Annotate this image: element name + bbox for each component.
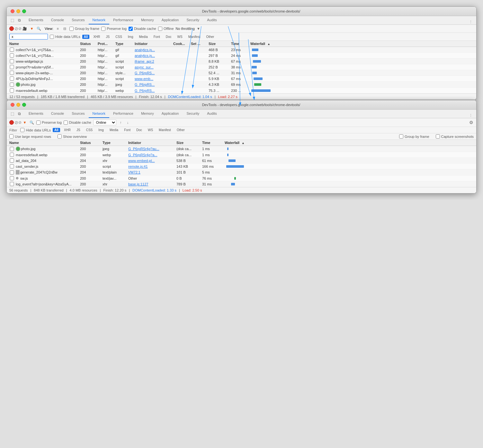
filter-manifest-1[interactable]: Manifest xyxy=(186,35,202,39)
preserve-log-checkbox[interactable]: Preserve log xyxy=(101,27,127,31)
table-row[interactable]: www-player-2x-webp-... 200 http/... styl… xyxy=(7,70,476,76)
tab-audits[interactable]: Audits xyxy=(203,16,221,24)
col-header-size-1[interactable]: Size xyxy=(209,42,231,46)
cursor-icon-2[interactable]: ⬚ xyxy=(9,111,15,117)
group-by-frame-checkbox[interactable]: Group by frame xyxy=(69,27,99,31)
table-row[interactable]: photo.jpg 200 http/... jpeg G_P6rpRS... … xyxy=(7,82,476,88)
tab-elements-2[interactable]: Elements xyxy=(25,110,47,118)
device-icon[interactable]: ⧉ xyxy=(16,17,22,23)
filter-ws-2[interactable]: WS xyxy=(146,128,155,132)
col-header-type-1[interactable]: Type xyxy=(115,42,135,46)
filter-all-1[interactable]: All xyxy=(82,35,90,39)
tab-sources[interactable]: Sources xyxy=(68,16,88,24)
tab-security-2[interactable]: Security xyxy=(183,110,203,118)
filter-doc-2[interactable]: Doc xyxy=(134,128,144,132)
tab-console[interactable]: Console xyxy=(47,16,68,24)
table-row[interactable]: 4PUpJpDdHqrNInFpJ... 200 http/... script… xyxy=(7,76,476,82)
filter-js-2[interactable]: JS xyxy=(75,128,82,132)
col-header-name-1[interactable]: Name xyxy=(9,42,80,46)
table-row[interactable]: log_event?alt=json&key=AlzaSyA... 200 xh… xyxy=(7,181,476,187)
table-row[interactable]: ad_data_204 204 xhr www-embed-pl... 538 … xyxy=(7,158,476,164)
col-header-type-2[interactable]: Type xyxy=(103,141,128,145)
table-row[interactable]: collect?v=1&_v=j75&a... 200 http/... gif… xyxy=(7,53,476,58)
table-row[interactable]: ⚙ sw.js 200 text/jav... Other 0 B 76 ms xyxy=(7,175,476,181)
camera-icon-1[interactable]: 🎥 xyxy=(22,26,27,31)
offline-checkbox[interactable]: Offline xyxy=(158,27,174,31)
filter-xhr-1[interactable]: XHR xyxy=(91,35,102,39)
col-header-status-2[interactable]: Status xyxy=(80,141,103,145)
close-button-1[interactable] xyxy=(11,9,14,13)
col-header-name-2[interactable]: Name xyxy=(9,141,80,145)
hide-data-urls-checkbox-2[interactable]: Hide data URLs xyxy=(20,128,51,132)
col-header-time-2[interactable]: Time xyxy=(202,141,225,145)
maximize-button-1[interactable] xyxy=(22,9,26,13)
col-header-status-1[interactable]: Status xyxy=(80,42,98,46)
hide-data-urls-checkbox-1[interactable]: Hide data URLs xyxy=(50,35,80,39)
record-button-2[interactable] xyxy=(9,120,14,125)
tab-performance-2[interactable]: Performance xyxy=(109,110,137,118)
grouped-view-icon[interactable]: ⊟ xyxy=(62,26,67,31)
minimize-button-2[interactable] xyxy=(16,103,20,107)
col-header-initiator-2[interactable]: Initiator xyxy=(128,141,176,145)
disable-cache-checkbox[interactable]: Disable cache xyxy=(129,27,156,31)
device-icon-2[interactable]: ⧉ xyxy=(16,111,22,117)
group-by-frame-checkbox-2[interactable]: Group by frame xyxy=(399,134,429,139)
large-rows-checkbox[interactable]: Use large request rows xyxy=(9,134,51,139)
stop-button-1[interactable]: ⊘ xyxy=(16,26,20,31)
tab-memory[interactable]: Memory xyxy=(137,16,158,24)
col-header-setcookies-1[interactable]: Set ... xyxy=(191,42,209,46)
col-header-protocol-1[interactable]: Prot... xyxy=(98,42,115,46)
export-icon-2[interactable]: ↓ xyxy=(125,120,130,125)
tab-network[interactable]: Network xyxy=(89,16,109,24)
tab-application-2[interactable]: Application xyxy=(158,110,183,118)
more-tabs-icon[interactable]: ⋮ xyxy=(468,19,474,24)
tab-console-2[interactable]: Console xyxy=(47,110,68,118)
table-row[interactable]: photo.jpg 200 jpeg G_P6rpRSr4g?au... (di… xyxy=(7,146,476,152)
filter-css-2[interactable]: CSS xyxy=(84,128,95,132)
show-overview-checkbox[interactable]: Show overview xyxy=(58,134,87,139)
throttle-select-2[interactable]: Online Offline Slow 3G Fast 3G xyxy=(93,120,116,125)
preserve-log-checkbox-2[interactable]: Preserve log xyxy=(36,121,62,125)
tab-security[interactable]: Security xyxy=(183,16,203,24)
filter-css-1[interactable]: CSS xyxy=(113,35,124,39)
col-header-initiator-1[interactable]: Initiator xyxy=(135,42,173,46)
filter-font-2[interactable]: Font xyxy=(122,128,132,132)
filter-other-2[interactable]: Other xyxy=(175,128,187,132)
maximize-button-2[interactable] xyxy=(22,103,26,107)
gear-icon-2[interactable]: ⚙ xyxy=(469,120,474,125)
record-button-1[interactable] xyxy=(9,26,14,31)
table-row[interactable]: www-widgetapi.js 200 http/... script ifr… xyxy=(7,58,476,64)
capture-screenshots-checkbox[interactable]: Capture screenshots xyxy=(436,134,474,139)
table-row[interactable]: prompt?t=a&site=ylj5if... 200 http/... s… xyxy=(7,64,476,70)
more-tabs-icon-2[interactable]: ⋮ xyxy=(468,112,474,118)
table-row[interactable]: cast_sender.js 200 script remote.js:41 1… xyxy=(7,164,476,169)
import-icon-2[interactable]: ↑ xyxy=(118,120,123,125)
close-button-2[interactable] xyxy=(11,103,14,107)
filter-manifest-2[interactable]: Manifest xyxy=(157,128,173,132)
filter-js-1[interactable]: JS xyxy=(104,35,112,39)
no-throttling-select[interactable]: No throttling xyxy=(176,27,195,31)
col-header-waterfall-1[interactable]: Waterfall ▲ xyxy=(250,42,474,46)
filter-icon-2[interactable]: ▼ xyxy=(22,120,27,125)
col-header-size-2[interactable]: Size xyxy=(176,141,202,145)
filter-font-1[interactable]: Font xyxy=(152,35,162,39)
table-row[interactable]: maxresdefault.webp 200 webp G_P6rpRSr4g?… xyxy=(7,152,476,158)
filter-icon-1[interactable]: ▼ xyxy=(29,26,34,31)
filter-img-2[interactable]: Img xyxy=(96,128,106,132)
filter-other-1[interactable]: Other xyxy=(204,35,216,39)
tab-application[interactable]: Application xyxy=(158,16,183,24)
filter-ws-1[interactable]: WS xyxy=(175,35,184,39)
tab-sources-2[interactable]: Sources xyxy=(68,110,88,118)
list-view-icon[interactable]: ≡ xyxy=(55,26,60,31)
filter-img-1[interactable]: Img xyxy=(126,35,135,39)
filter-media-2[interactable]: Media xyxy=(108,128,120,132)
tab-network-2[interactable]: Network xyxy=(89,110,109,118)
col-header-time-1[interactable]: Time xyxy=(231,42,250,46)
search-icon-1[interactable]: 🔍 xyxy=(36,26,41,31)
table-row[interactable]: maxresdefault.webp 200 http/... webp G_P… xyxy=(7,88,476,94)
filter-xhr-2[interactable]: XHR xyxy=(62,128,73,132)
search-icon-2[interactable]: 🔍 xyxy=(29,120,34,125)
filter-media-1[interactable]: Media xyxy=(137,35,149,39)
cursor-icon[interactable]: ⬚ xyxy=(9,17,15,23)
table-row[interactable]: generate_204?cQ2nBw 204 text/plain VM72:… xyxy=(7,169,476,175)
